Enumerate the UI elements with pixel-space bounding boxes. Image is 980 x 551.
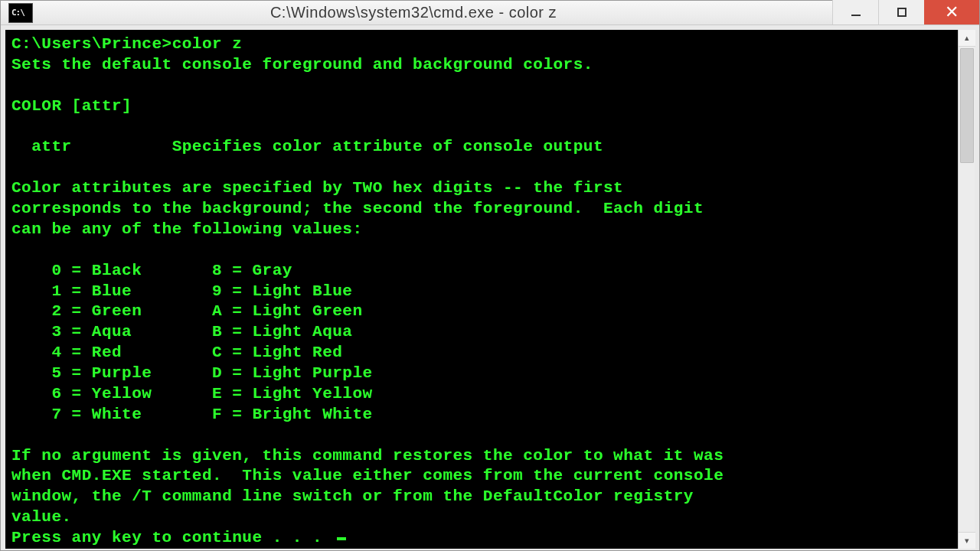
cmd-icon: C:\ [8,3,33,23]
maximize-icon [897,8,906,17]
window-title: C:\Windows\system32\cmd.exe - color z [41,4,832,21]
window-controls: ✕ [832,1,979,24]
minimize-button[interactable] [832,0,878,24]
scroll-thumb[interactable] [960,48,974,163]
console-output[interactable]: C:\Users\Prince>color z Sets the default… [5,30,958,549]
titlebar[interactable]: C:\ C:\Windows\system32\cmd.exe - color … [1,1,979,25]
press-any-key: Press any key to continue . . . [11,529,332,546]
client-area: C:\Users\Prince>color z Sets the default… [5,30,975,549]
maximize-button[interactable] [878,0,924,24]
cmd-icon-label: C:\ [9,8,24,17]
cmd-window: C:\ C:\Windows\system32\cmd.exe - color … [0,0,980,551]
scroll-down-button[interactable]: ▾ [959,532,975,549]
close-button[interactable]: ✕ [924,0,979,24]
close-icon: ✕ [945,4,959,21]
minimize-icon [851,15,861,16]
text-cursor [337,537,346,540]
vertical-scrollbar[interactable]: ▴ ▾ [958,30,975,549]
scroll-up-button[interactable]: ▴ [959,30,975,47]
